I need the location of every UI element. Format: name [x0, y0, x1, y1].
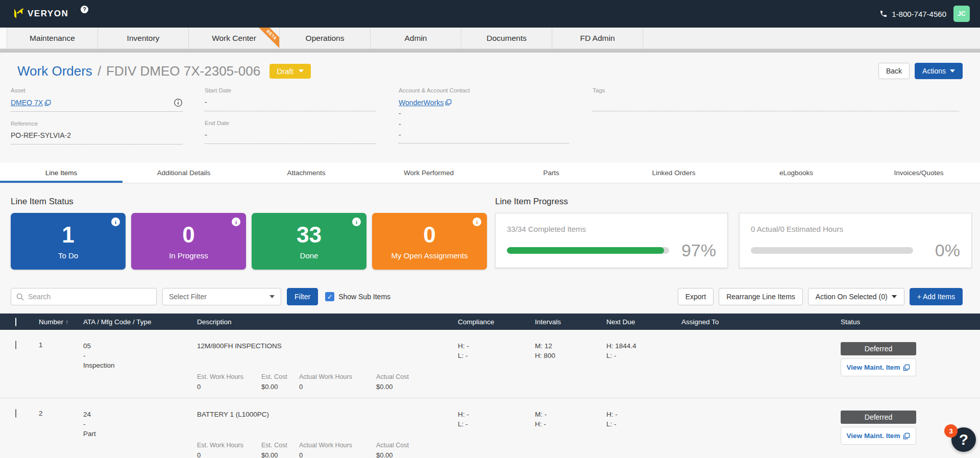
tags-label: Tags	[593, 87, 959, 93]
completed-items-panel: 33/34 Completed Items 97%	[495, 213, 728, 268]
account-contact-line: -	[399, 131, 569, 139]
view-maint-item-button[interactable]: View Maint. Item	[841, 358, 916, 376]
status-badge[interactable]: Deferred	[841, 342, 916, 355]
chevron-down-icon	[892, 295, 897, 298]
account-contact-line: -	[399, 120, 569, 128]
external-link-icon	[903, 432, 910, 440]
nav-tab-inventory[interactable]: Inventory	[98, 28, 189, 49]
action-on-selected-dropdown[interactable]: Action On Selected (0)	[808, 288, 904, 305]
select-all-checkbox[interactable]	[15, 318, 16, 326]
beta-ribbon: BETA	[256, 28, 279, 49]
status-badge[interactable]: Deferred	[841, 411, 916, 424]
status-card-to-do[interactable]: i 1 To Do	[11, 213, 126, 270]
row-intervals: M: - H: -	[535, 409, 606, 458]
help-notification-badge: 3	[944, 424, 958, 438]
start-date-field[interactable]: Start Date -	[205, 87, 376, 111]
info-icon[interactable]: i	[111, 218, 120, 226]
completed-items-label: 33/34 Completed Items	[507, 225, 716, 233]
tab-linked-orders[interactable]: Linked Orders	[612, 163, 735, 183]
completed-items-progress-bar	[507, 247, 669, 254]
status-card-done[interactable]: i 33 Done	[252, 213, 366, 270]
rearrange-line-items-button[interactable]: Rearrange Line Items	[719, 288, 803, 305]
nav-tab-operations[interactable]: Operations	[280, 28, 371, 49]
col-header-ata: ATA / Mfg Code / Type	[83, 318, 197, 326]
actions-button[interactable]: Actions	[915, 63, 963, 79]
row-compliance: H: - L: -	[458, 409, 535, 458]
nav-tab-maintenance[interactable]: Maintenance	[7, 28, 98, 49]
nav-tab-admin[interactable]: Admin	[371, 28, 461, 49]
account-link[interactable]: WonderWorks	[399, 99, 452, 107]
asset-field[interactable]: Asset DMEO 7X	[11, 87, 183, 112]
chevron-down-icon	[299, 69, 304, 73]
nav-tab-fd-admin[interactable]: FD Admin	[552, 28, 643, 49]
info-icon[interactable]: i	[232, 218, 240, 226]
filter-button[interactable]: Filter	[287, 288, 318, 305]
status-card-in-progress[interactable]: i 0 In Progress	[131, 213, 246, 270]
info-icon[interactable]: i	[473, 218, 481, 226]
row-ata: 05 - Inspection	[83, 341, 197, 391]
estimated-hours-label: 0 Actual/0 Estimated Hours	[751, 225, 960, 233]
export-button[interactable]: Export	[678, 288, 714, 305]
status-card-my-open-assignments[interactable]: i 0 My Open Assignments	[372, 213, 487, 270]
tab-elogbooks[interactable]: eLogbooks	[735, 163, 857, 183]
question-mark-icon: ?	[959, 431, 968, 448]
row-checkbox[interactable]	[15, 409, 16, 418]
add-items-button[interactable]: + Add Items	[910, 288, 963, 305]
info-icon[interactable]: i	[352, 218, 361, 226]
back-button[interactable]: Back	[878, 63, 910, 79]
tags-field[interactable]: Tags	[593, 87, 959, 111]
col-header-description: Description	[197, 318, 458, 326]
status-dropdown[interactable]: Draft	[270, 64, 311, 79]
col-header-compliance: Compliance	[458, 318, 535, 326]
main-nav: Maintenance Inventory Work Center BETA O…	[0, 28, 980, 49]
tags-value	[593, 98, 959, 107]
col-header-status: Status	[841, 318, 980, 326]
asset-link[interactable]: DMEO 7X	[11, 99, 51, 107]
reference-field[interactable]: Reference PO-REF-SYLVIA-2	[11, 120, 183, 144]
help-icon[interactable]: ?	[81, 6, 88, 13]
to-do-count: 1	[62, 224, 74, 246]
tab-invoices-quotes[interactable]: Invoices/Quotes	[857, 163, 980, 183]
reference-value: PO-REF-SYLVIA-2	[11, 131, 183, 140]
row-description: BATTERY 1 (L1000PC) Est. Work Hours0 Est…	[197, 409, 458, 458]
breadcrumb-work-orders[interactable]: Work Orders	[17, 63, 92, 79]
end-date-field[interactable]: End Date -	[205, 120, 376, 144]
my-open-assignments-count: 0	[423, 224, 435, 246]
view-maint-item-button[interactable]: View Maint. Item	[841, 427, 916, 445]
nav-tab-documents[interactable]: Documents	[461, 28, 552, 49]
tab-parts[interactable]: Parts	[490, 163, 612, 183]
external-link-icon	[445, 99, 452, 106]
row-ata: 24 - Part	[83, 409, 197, 458]
in-progress-count: 0	[182, 224, 194, 246]
tab-work-performed[interactable]: Work Performed	[368, 163, 490, 183]
col-header-number[interactable]: Number↑	[39, 318, 83, 326]
row-number: 1	[39, 341, 83, 391]
sort-ascending-icon: ↑	[65, 319, 68, 326]
show-sub-items-checkbox[interactable]: ✓	[325, 292, 334, 301]
row-checkbox[interactable]	[15, 341, 16, 349]
end-date-value: -	[205, 131, 376, 139]
search-icon	[16, 293, 24, 301]
nav-tab-work-center[interactable]: Work Center BETA	[189, 28, 280, 49]
info-icon[interactable]	[174, 98, 183, 107]
veryon-logo[interactable]: VERYON	[13, 8, 68, 20]
tab-additional-details[interactable]: Additional Details	[122, 163, 245, 183]
estimated-hours-panel: 0 Actual/0 Estimated Hours 0%	[739, 213, 972, 268]
help-fab-button[interactable]: ? 3	[951, 427, 976, 452]
tab-attachments[interactable]: Attachments	[245, 163, 368, 183]
estimated-hours-progress-bar	[751, 247, 913, 254]
start-date-label: Start Date	[205, 87, 376, 93]
row-assigned-to	[681, 409, 841, 458]
search-input-wrap	[11, 288, 157, 305]
user-avatar[interactable]: JC	[953, 6, 970, 22]
account-field[interactable]: Account & Account Contact WonderWorks - …	[399, 87, 569, 143]
top-bar: VERYON ? 1-800-747-4560 JC	[0, 0, 980, 28]
table-header: Number↑ ATA / Mfg Code / Type Descriptio…	[0, 314, 980, 330]
row-intervals: M: 12 H: 800	[535, 341, 606, 391]
start-date-value: -	[205, 98, 376, 107]
filter-select[interactable]: Select Filter	[162, 288, 281, 305]
table-row: 2 24 - Part BATTERY 1 (L1000PC) Est. Wor…	[0, 398, 980, 458]
table-row: 1 05 - Inspection 12M/800FH INSPECTIONS …	[0, 330, 980, 391]
tab-line-items[interactable]: Line Items	[0, 163, 122, 183]
search-input[interactable]	[28, 293, 151, 301]
